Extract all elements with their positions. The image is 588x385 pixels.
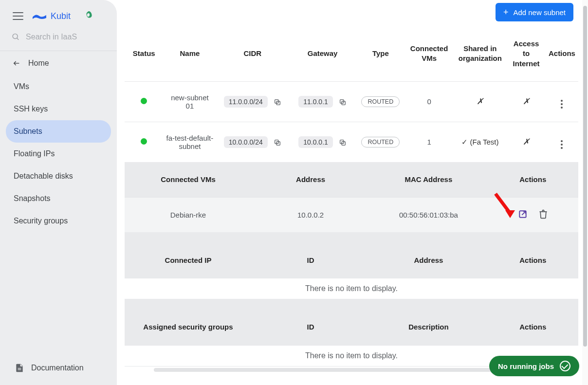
status-dot-icon [141, 98, 147, 104]
trash-icon[interactable] [538, 209, 548, 220]
brand-name: Kubit [51, 11, 71, 21]
document-icon [15, 363, 24, 373]
ds-col-id: ID [252, 310, 369, 345]
col-gateway: Gateway [289, 26, 356, 81]
home-breadcrumb[interactable]: Home [0, 51, 117, 75]
nav-item-detachable-disks[interactable]: Detachable disks [6, 165, 111, 187]
cell-connected-vms: 0 [405, 81, 454, 122]
subnet-row[interactable]: new-subnet 01 11.0.0.0/24 11.0.0.1 ROUTE [125, 81, 578, 122]
svg-rect-3 [18, 368, 21, 368]
col-connected-vms: Connected VMs [405, 26, 454, 81]
search-row[interactable] [0, 30, 117, 51]
dv-cell-name: Debian-rke [125, 198, 252, 233]
cell-cidr: 11.0.0.0/24 [224, 96, 268, 108]
cell-connected-vms: 1 [405, 122, 454, 162]
svg-point-0 [13, 34, 18, 39]
scrollbar-thumb[interactable] [583, 6, 587, 347]
copy-icon[interactable] [274, 139, 281, 147]
check-circle-icon [560, 361, 570, 371]
cell-internet: ✗ [523, 97, 530, 106]
dv-col-actions: Actions [488, 162, 578, 198]
nav-list: VMs SSH keys Subnets Floating IPs Detach… [0, 75, 117, 232]
dv-col-address: Address [252, 162, 369, 198]
documentation-link[interactable]: Documentation [0, 354, 117, 385]
cell-name: new-subnet 01 [163, 81, 216, 122]
nav-item-ssh-keys[interactable]: SSH keys [6, 98, 111, 120]
main-area: + Add new subnet Status Name CIDR Gatewa… [125, 0, 578, 385]
cell-gateway: 10.0.0.1 [298, 136, 333, 148]
col-shared: Shared in organization [453, 26, 507, 81]
connected-vm-row: Debian-rke 10.0.0.2 00:50:56:01:03:ba [125, 198, 578, 233]
svg-rect-4 [18, 369, 21, 370]
cell-cidr: 10.0.0.0/24 [224, 136, 268, 148]
nav-item-subnets[interactable]: Subnets [6, 120, 111, 143]
row-actions-menu[interactable] [561, 100, 563, 109]
di-col-actions: Actions [488, 243, 578, 278]
col-actions: Actions [546, 26, 578, 81]
arrow-left-icon [12, 59, 21, 67]
nav-item-security-groups[interactable]: Security groups [6, 210, 111, 232]
jobs-status-badge[interactable]: No running jobs [489, 356, 579, 376]
svg-line-14 [522, 211, 526, 215]
di-col-address: Address [369, 243, 487, 278]
svg-line-1 [17, 38, 19, 40]
cell-shared: ✗ [477, 97, 483, 106]
documentation-label: Documentation [31, 364, 84, 372]
cell-internet: ✗ [523, 137, 530, 147]
add-subnet-label: Add new subnet [513, 8, 566, 17]
search-input[interactable] [26, 33, 109, 41]
connected-ip-empty: There is no item to display. [125, 278, 578, 299]
subnet-row[interactable]: fa-test-default-subnet 10.0.0.0/24 10.0.… [125, 122, 578, 162]
copy-icon[interactable] [274, 98, 281, 106]
secondary-logo-icon [84, 11, 93, 21]
menu-icon[interactable] [13, 12, 23, 20]
brand-logo[interactable]: Kubit [32, 11, 71, 21]
jobs-label: No running jobs [498, 362, 554, 370]
sidebar: Kubit Home VMs SSH keys Subnets Floating… [0, 0, 117, 385]
subnet-detail-panel: Connected VMs Address MAC Address Action… [125, 162, 578, 366]
col-cidr: CIDR [216, 26, 289, 81]
dv-cell-address: 10.0.0.2 [252, 198, 369, 233]
home-label: Home [28, 59, 49, 68]
ds-col-desc: Description [369, 310, 487, 345]
nav-item-floating-ips[interactable]: Floating IPs [6, 143, 111, 165]
dv-col-mac: MAC Address [369, 162, 487, 198]
ds-col-name: Assigned security groups [125, 310, 252, 345]
nav-item-vms[interactable]: VMs [6, 75, 111, 98]
dv-col-name: Connected VMs [125, 162, 252, 198]
cell-type: ROUTED [361, 96, 400, 107]
di-col-id: ID [252, 243, 369, 278]
cell-gateway: 11.0.0.1 [298, 96, 333, 108]
dv-cell-mac: 00:50:56:01:03:ba [369, 198, 487, 233]
col-name: Name [163, 26, 216, 81]
search-icon [12, 32, 20, 42]
col-type: Type [356, 26, 405, 81]
col-status: Status [125, 26, 163, 81]
connected-vms-table: Connected VMs Address MAC Address Action… [125, 162, 578, 243]
nav-item-snapshots[interactable]: Snapshots [6, 187, 111, 210]
open-external-icon[interactable] [518, 209, 528, 220]
col-internet: Access to Internet [507, 26, 546, 81]
row-actions-menu[interactable] [561, 140, 563, 149]
cell-name: fa-test-default-subnet [163, 122, 216, 162]
copy-icon[interactable] [339, 98, 347, 106]
vertical-scrollbar[interactable] [582, 0, 588, 385]
status-dot-icon [141, 138, 147, 145]
ds-col-actions: Actions [488, 310, 578, 345]
di-col-name: Connected IP [125, 243, 252, 278]
connected-ip-table: Connected IP ID Address Actions There is… [125, 243, 578, 310]
plus-icon: + [503, 8, 509, 17]
copy-icon[interactable] [339, 139, 347, 147]
cell-shared: ✓ (Fa Test) [461, 138, 498, 146]
add-subnet-button[interactable]: + Add new subnet [496, 3, 573, 21]
cell-type: ROUTED [361, 137, 400, 147]
subnets-table: Status Name CIDR Gateway Type Connected … [125, 26, 578, 366]
